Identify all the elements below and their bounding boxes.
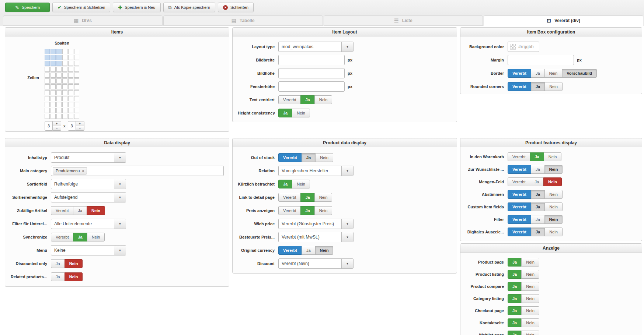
toggle-option-ja[interactable]: Ja	[531, 165, 545, 174]
toggle-option-ja[interactable]: Ja	[302, 246, 316, 255]
toggle-option-ja[interactable]: Ja	[300, 193, 314, 202]
toggle-option-ja[interactable]: Ja	[530, 152, 544, 161]
columns-decrement-button[interactable]: −	[53, 126, 61, 130]
discount-select[interactable]: Vererbt (Nein)▼	[278, 258, 354, 269]
toggle-option-nein[interactable]: Nein	[87, 233, 105, 241]
toggle-option-ja[interactable]: Ja	[508, 331, 522, 335]
grid-cell[interactable]	[45, 61, 50, 66]
toggle-option-nein[interactable]: Nein	[521, 331, 539, 335]
grid-cell[interactable]	[51, 49, 56, 54]
grid-cell[interactable]	[56, 96, 62, 101]
toggle-option-ja[interactable]: Ja	[531, 69, 545, 78]
tab-vererbt-div[interactable]: ⊡Vererbt (div)	[484, 15, 643, 26]
toggle-option-nein[interactable]: Nein	[314, 95, 333, 104]
toggle-option-vererbt[interactable]: Vererbt	[278, 206, 301, 215]
grid-cell[interactable]	[51, 90, 56, 95]
grid-cell[interactable]	[68, 102, 73, 107]
relation-select[interactable]: Vom gleichen Hersteller▼	[278, 166, 354, 176]
toggle-option-ja[interactable]: Ja	[73, 233, 87, 241]
grid-cell[interactable]	[45, 96, 50, 101]
grid-cell[interactable]	[68, 114, 73, 119]
speichern-button[interactable]: ✎Speichern	[5, 3, 50, 12]
toggle-option-nein[interactable]: Nein	[65, 259, 83, 268]
grid-cell[interactable]	[74, 96, 79, 101]
toggle-option-ja[interactable]: Ja	[508, 258, 522, 267]
columns-count-input[interactable]	[45, 121, 53, 131]
grid-cell[interactable]	[68, 108, 73, 113]
toggle-option-vererbt[interactable]: Vererbt	[508, 69, 531, 78]
chevron-down-icon[interactable]: ▼	[341, 259, 353, 268]
grid-cell[interactable]	[62, 55, 67, 60]
grid-cell[interactable]	[56, 90, 62, 95]
chevron-down-icon[interactable]: ▼	[114, 179, 126, 189]
grid-cell[interactable]	[62, 49, 67, 54]
grid-cell[interactable]	[68, 90, 73, 95]
toggle-option-nein[interactable]: Nein	[544, 215, 563, 224]
filter-für-unterel-select[interactable]: Alle Unterelemente▼	[51, 219, 126, 229]
grid-cell[interactable]	[68, 96, 73, 101]
grid-cell[interactable]	[62, 108, 67, 113]
sortierfeld-select[interactable]: Reihenfolge▼	[51, 179, 126, 189]
remove-tag-icon[interactable]: ×	[82, 169, 84, 173]
grid-cell[interactable]	[51, 78, 56, 84]
toggle-option-nein[interactable]: Nein	[521, 294, 539, 303]
toggle-option-vererbt[interactable]: Vererbt	[508, 215, 531, 224]
grid-cell[interactable]	[45, 55, 50, 60]
grid-cell[interactable]	[68, 61, 73, 66]
grid-cell[interactable]	[51, 73, 56, 78]
chevron-down-icon[interactable]: ▼	[114, 193, 126, 202]
toggle-option-vererbt[interactable]: Vererbt	[508, 165, 531, 174]
chevron-down-icon[interactable]: ▼	[114, 246, 126, 255]
grid-cell[interactable]	[68, 55, 73, 60]
toggle-option-ja[interactable]: Ja	[302, 153, 316, 162]
grid-cell[interactable]	[68, 78, 73, 84]
grid-cell[interactable]	[74, 90, 79, 95]
grid-cell[interactable]	[45, 108, 50, 113]
toggle-option-nein[interactable]: Nein	[315, 153, 333, 162]
grid-cell[interactable]	[51, 102, 56, 107]
toggle-option-ja[interactable]: Ja	[530, 177, 544, 186]
chevron-down-icon[interactable]: ▼	[341, 166, 353, 176]
grid-cell[interactable]	[51, 67, 56, 72]
chevron-down-icon[interactable]: ▼	[114, 153, 126, 162]
toggle-option-ja[interactable]: Ja	[51, 259, 65, 268]
toggle-option-ja[interactable]: Ja	[508, 318, 522, 327]
toggle-option-ja[interactable]: Ja	[531, 190, 545, 199]
toggle-option-vererbt[interactable]: Vererbt	[508, 202, 531, 211]
toggle-option-ja[interactable]: Ja	[73, 206, 87, 215]
margin-input[interactable]	[508, 55, 574, 65]
grid-cell[interactable]	[56, 84, 62, 89]
toggle-option-ja[interactable]: Ja	[300, 206, 314, 215]
speichern-schließen-button[interactable]: ✔Speichern & Schließen	[52, 3, 110, 12]
toggle-option-ja[interactable]: Ja	[278, 109, 292, 117]
toggle-option-ja[interactable]: Ja	[508, 282, 522, 291]
grid-cell[interactable]	[74, 61, 79, 66]
toggle-option-vererbt[interactable]: Vererbt	[278, 193, 301, 202]
toggle-option-ja[interactable]: Ja	[508, 270, 522, 279]
grid-cell[interactable]	[56, 102, 62, 107]
fensterhöhe-input[interactable]	[278, 81, 345, 92]
schließen-button[interactable]: ✖Schließen	[218, 3, 254, 12]
grid-cell[interactable]	[62, 114, 67, 119]
grid-cell[interactable]	[68, 67, 73, 72]
toggle-option-ja[interactable]: Ja	[51, 272, 65, 281]
toggle-option-ja[interactable]: Ja	[531, 228, 545, 236]
toggle-option-vererbt[interactable]: Vererbt	[508, 82, 531, 91]
grid-cell[interactable]	[51, 61, 56, 66]
chevron-down-icon[interactable]: ▼	[114, 219, 126, 229]
grid-cell[interactable]	[45, 84, 50, 89]
grid-cell[interactable]	[62, 67, 67, 72]
grid-cell[interactable]	[56, 67, 62, 72]
grid-cell[interactable]	[45, 49, 50, 54]
toggle-option-vererbt[interactable]: Vererbt	[278, 246, 302, 255]
toggle-option-ja[interactable]: Ja	[508, 306, 522, 315]
toggle-option-vererbt[interactable]: Vererbt	[278, 95, 301, 104]
toggle-option-nein[interactable]: Nein	[521, 258, 539, 267]
grid-cell[interactable]	[68, 73, 73, 78]
grid-cell[interactable]	[62, 84, 67, 89]
grid-cell[interactable]	[56, 73, 62, 78]
grid-cell[interactable]	[51, 96, 56, 101]
grid-cell[interactable]	[74, 108, 79, 113]
grid-cell[interactable]	[74, 67, 79, 72]
toggle-option-nein[interactable]: Nein	[292, 109, 310, 117]
